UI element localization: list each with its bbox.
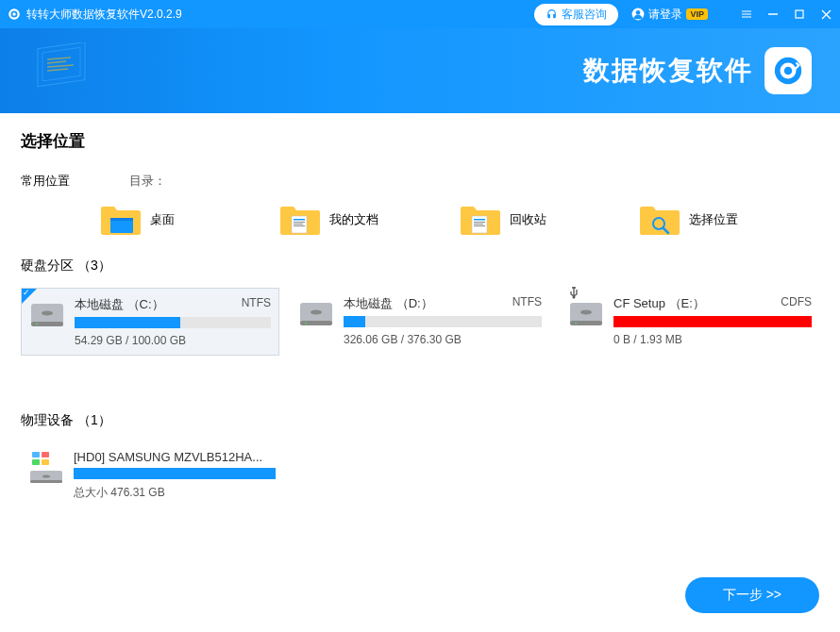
partition-size: 326.06 GB / 376.30 GB [344,333,542,346]
minimize-button[interactable] [766,8,780,21]
common-locations-label: 常用位置 [21,173,129,190]
partitions-title: 硬盘分区 （3） [21,258,819,274]
app-title: 转转大师数据恢复软件V2.0.2.9 [26,7,534,23]
svg-point-34 [311,310,322,315]
folder-recycle-icon [461,203,500,237]
svg-point-2 [12,12,16,16]
folder-documents-icon [280,203,320,237]
folder-search-icon [640,203,680,237]
svg-rect-43 [42,452,49,457]
location-label: 我的文档 [329,211,378,228]
svg-rect-16 [110,218,133,221]
maximize-button[interactable] [793,8,806,21]
check-icon [22,289,37,304]
location-choose[interactable]: 选择位置 [640,203,819,237]
partition-fs: NTFS [242,296,271,313]
device-name: [HD0] SAMSUNG MZVLB512HA... [74,450,262,464]
svg-point-30 [42,311,53,316]
svg-rect-19 [294,222,305,223]
directory-label: 目录： [129,173,166,190]
svg-rect-23 [474,219,485,221]
svg-rect-44 [32,459,40,465]
svg-point-14 [784,67,793,75]
banner-art-icon [28,42,123,104]
location-label: 回收站 [510,211,546,228]
banner-title: 数据恢复软件 [583,53,753,89]
banner: 数据恢复软件 [0,28,840,113]
device-size: 总大小 476.31 GB [74,485,276,501]
location-recycle-bin[interactable]: 回收站 [461,203,640,237]
svg-line-10 [47,65,74,67]
svg-rect-5 [796,10,803,18]
partition-card[interactable]: 本地磁盘 （C:）NTFS54.29 GB / 100.00 GB [21,288,279,356]
partition-fill [613,316,812,327]
service-label: 客服咨询 [562,7,607,23]
svg-rect-48 [30,480,62,483]
svg-rect-18 [294,219,305,221]
svg-line-9 [47,61,66,63]
page-title: 选择位置 [21,130,819,152]
disk-icon [298,295,334,331]
device-card[interactable]: [HD0] SAMSUNG MZVLB512HA... 总大小 476.31 G… [21,442,283,508]
headset-icon [546,8,558,21]
location-documents[interactable]: 我的文档 [280,203,460,237]
svg-rect-6 [38,42,85,87]
partition-name: 本地磁盘 （D:） [344,295,433,312]
login-button[interactable]: 请登录 VIP [624,5,715,25]
partition-fill [75,317,180,328]
partitions-list: 本地磁盘 （C:）NTFS54.29 GB / 100.00 GB本地磁盘 （D… [21,288,819,356]
svg-rect-25 [474,224,483,225]
folder-desktop-icon [101,203,141,237]
partition-name: CF Setup （E:） [613,295,705,312]
device-fill [74,468,276,479]
partition-fs: NTFS [512,295,542,312]
svg-line-11 [47,69,68,71]
svg-rect-21 [294,225,305,226]
svg-rect-7 [42,47,80,81]
svg-rect-24 [474,222,485,223]
location-label: 桌面 [150,211,175,228]
partition-size: 54.29 GB / 100.00 GB [75,334,271,347]
disk-icon [568,295,604,331]
banner-logo [764,47,812,94]
devices-title: 物理设备 （1） [21,412,819,429]
partition-fill [344,316,365,327]
svg-point-4 [636,10,641,15]
svg-rect-26 [474,225,485,226]
svg-point-47 [42,475,50,478]
svg-rect-45 [42,459,49,465]
common-locations-list: 桌面 我的文档 回收站 选择位置 [21,203,819,237]
svg-point-41 [575,323,577,324]
partition-size: 0 B / 1.93 MB [613,333,812,346]
next-button[interactable]: 下一步 >> [685,577,819,613]
partition-fs: CDFS [781,295,812,312]
disk-stack-icon [28,450,64,486]
svg-point-37 [573,296,576,299]
partition-card[interactable]: CF Setup （E:）CDFS0 B / 1.93 MB [561,288,819,356]
close-button[interactable] [819,8,832,21]
usb-icon [566,286,581,299]
svg-point-39 [580,310,592,315]
svg-point-32 [36,324,38,325]
vip-badge: VIP [686,8,708,20]
app-logo-icon [8,8,21,21]
partition-card[interactable]: 本地磁盘 （D:）NTFS326.06 GB / 376.30 GB [291,288,549,356]
svg-point-36 [305,323,307,324]
location-desktop[interactable]: 桌面 [101,203,280,237]
customer-service-button[interactable]: 客服咨询 [534,4,618,25]
titlebar: 转转大师数据恢复软件V2.0.2.9 客服咨询 请登录 VIP [0,0,840,28]
svg-rect-20 [294,224,303,225]
location-label: 选择位置 [689,211,738,228]
menu-button[interactable] [740,8,753,21]
partition-name: 本地磁盘 （C:） [75,296,164,313]
login-label: 请登录 [648,7,682,23]
svg-rect-42 [32,452,40,457]
svg-line-8 [47,58,71,59]
user-icon [631,8,645,21]
